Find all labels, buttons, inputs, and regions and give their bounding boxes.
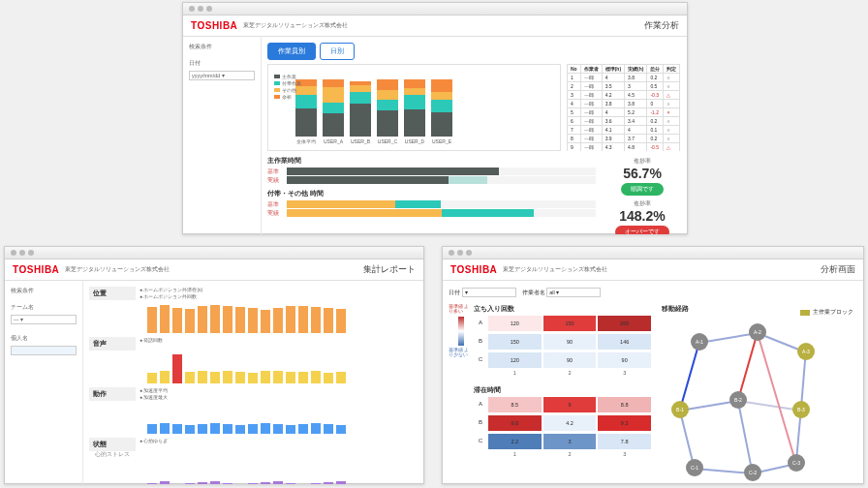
date-select[interactable]: ▾	[462, 288, 516, 297]
heatmap-visits: A120150200B15090146C1209090123	[474, 315, 652, 376]
field-label: 作業者名	[522, 290, 545, 295]
field-label: 個人名	[11, 334, 77, 343]
brand-logo: TOSHIBA	[13, 264, 59, 275]
brand-logo: TOSHIBA	[191, 20, 237, 31]
stacked-bar	[431, 79, 452, 137]
page-title: 集計レポート	[363, 263, 416, 276]
detail-table: No作業者標準(h)実績(h)差分判定1一郎43.80.2○2一郎3.530.5…	[567, 64, 681, 151]
graph-node: B-1	[671, 401, 689, 418]
graph-node: B-3	[792, 401, 810, 418]
header: TOSHIBA 東芝デジタルソリューションズ株式会社 作業分析	[183, 15, 687, 37]
status-pill: 順調です	[621, 183, 664, 196]
window-chrome	[443, 247, 863, 259]
graph-node: C-2	[744, 464, 761, 481]
section-label: 音声	[89, 337, 136, 351]
window-chrome	[183, 3, 687, 15]
pane-work-analysis: TOSHIBA 東芝デジタルソリューションズ株式会社 作業分析 検索条件 日付 …	[182, 2, 688, 234]
page-title: 作業分析	[644, 19, 679, 32]
field-label: 日付	[449, 290, 460, 295]
sidebar-heading: 検索条件	[11, 287, 77, 295]
movement-graph: A-1A-2A-3B-1B-2B-3C-1C-2C-3	[662, 314, 817, 478]
team-select[interactable]: — ▾	[11, 315, 77, 324]
sidebar: 検索条件 チーム名 — ▾ 個人名	[5, 281, 83, 484]
graph-node: B-2	[729, 391, 747, 409]
worker-select[interactable]: all ▾	[546, 288, 601, 297]
section-label: 動作	[89, 387, 136, 401]
stacked-bar	[404, 79, 425, 137]
field-label: 日付	[189, 59, 255, 68]
person-select[interactable]	[11, 346, 77, 355]
mini-bar-chart	[147, 403, 418, 434]
graph-node: A-1	[691, 333, 708, 351]
tabs: 作業員別 日別	[267, 43, 681, 60]
window-chrome	[5, 247, 423, 259]
brand-subtitle: 東芝デジタルソリューションズ株式会社	[503, 265, 607, 274]
brand-subtitle: 東芝デジタルソリューションズ株式会社	[65, 265, 170, 274]
mini-bar-chart	[147, 302, 418, 333]
date-select[interactable]: yyyy/mm/dd ▾	[189, 71, 255, 80]
stacked-bar	[323, 79, 344, 137]
pane-analysis: TOSHIBA東芝デジタルソリューションズ株式会社分析画面 日付 ▾ 作業者名 …	[442, 246, 864, 484]
heatmap2-title: 滞在時間	[474, 385, 652, 395]
graph-node: A-3	[797, 343, 815, 360]
brand-subtitle: 東芝デジタルソリューションズ株式会社	[243, 21, 348, 30]
section-label: 状態	[89, 438, 136, 451]
mini-bar-chart	[147, 352, 418, 383]
sidebar: 検索条件 日付 yyyy/mm/dd ▾	[183, 37, 262, 234]
pane-report: TOSHIBA東芝デジタルソリューションズ株式会社集計レポート 検索条件 チーム…	[4, 246, 424, 484]
status-pill: オーバーです	[615, 226, 669, 234]
graph-node: C-1	[686, 459, 703, 476]
stacked-bar	[350, 81, 371, 137]
stacked-bar-chart: 主作業付帯作業その他余裕 全体平均USER_AUSER_BUSER_CUSER_…	[267, 64, 561, 151]
sidebar-heading: 検索条件	[189, 43, 255, 51]
graph-node: A-2	[749, 323, 766, 341]
heatmap-duration: A8.598.8B9.84.29.2C2.237.8123	[474, 396, 652, 457]
mini-bar-chart	[147, 460, 418, 484]
field-label: チーム名	[11, 303, 77, 312]
graph-node: C-3	[788, 454, 805, 472]
heatmap1-title: 立ち入り回数	[474, 304, 652, 314]
section-label: 位置	[89, 287, 136, 300]
heatmap-legend: 基準値 より多い 基準値 より少ない	[449, 304, 474, 457]
brand-logo: TOSHIBA	[450, 264, 497, 275]
tab-by-day[interactable]: 日別	[320, 43, 355, 60]
tab-by-worker[interactable]: 作業員別	[267, 43, 316, 60]
stacked-bar	[377, 79, 398, 137]
page-title: 分析画面	[821, 263, 855, 276]
